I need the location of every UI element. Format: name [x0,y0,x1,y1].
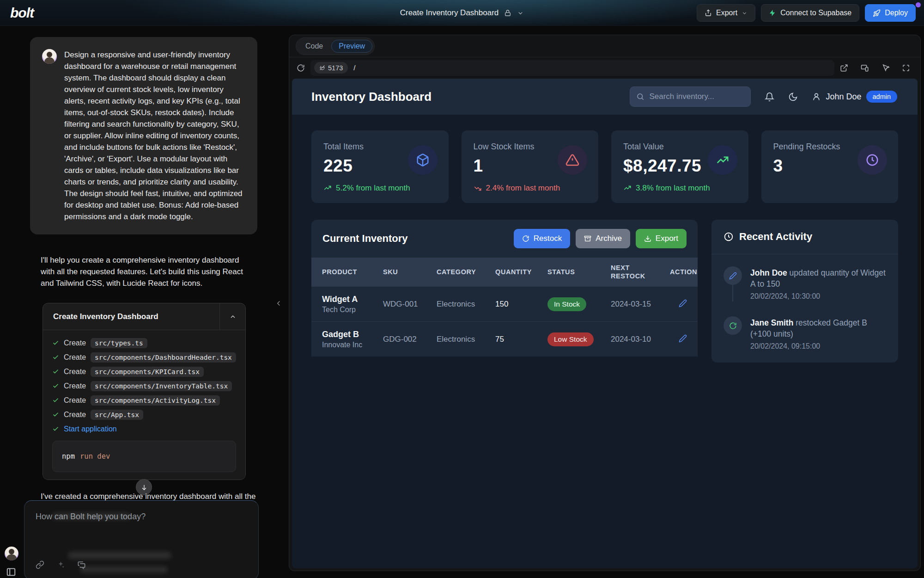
dashboard-header: Inventory Dashboard John Doe [292,79,918,115]
check-icon [52,368,59,375]
inventory-search[interactable] [630,86,751,107]
notification-dot [916,2,921,7]
archive-label: Archive [596,234,622,243]
file-action: Create [64,382,86,390]
cell-category: Electronics [437,300,495,309]
blurred-suggestion [68,552,171,559]
supabase-bolt-icon [769,9,776,17]
kpi-trend: 2.4% from last month [474,184,560,193]
package-icon [416,153,430,167]
export-label: Export [656,234,678,243]
deploy-button[interactable]: Deploy [865,4,916,22]
activity-item: Jane Smith restocked Gadget B (+100 unit… [723,316,886,350]
sidebar-toggle-icon[interactable] [6,567,16,577]
tab-code[interactable]: Code [298,40,330,53]
preview-url-bar: 5173 / [289,57,920,78]
connect-supabase-button[interactable]: Connect to Supabase [761,4,859,22]
rocket-icon [873,9,881,17]
file-path[interactable]: src/components/ActivityLog.tsx [91,395,220,406]
archive-button[interactable]: Archive [576,229,630,248]
cell-status: Low Stock [547,332,611,346]
file-path[interactable]: src/types.ts [91,338,147,348]
bell-icon[interactable] [765,92,774,102]
collapse-chat-handle[interactable] [272,294,286,313]
account-avatar[interactable] [5,547,18,560]
dark-mode-toggle-icon[interactable] [788,92,798,102]
file-path[interactable]: src/components/InventoryTable.tsx [91,381,232,391]
cell-quantity[interactable]: 75 [495,335,547,344]
chevron-up-icon[interactable] [219,303,245,330]
activity-timestamp: 20/02/2024, 09:15:00 [750,342,886,350]
table-row: Widget A Tech Corp WDG-001 Electronics 1… [311,286,698,321]
file-row: Create src/components/ActivityLog.tsx [52,393,236,407]
file-path[interactable]: src/components/KPICard.tsx [91,367,204,377]
activity-header: Recent Activity [711,220,898,254]
fullscreen-icon[interactable] [902,64,910,72]
user-message-text: Design a responsive and user-friendly in… [64,49,245,222]
blurred-suggestion [80,566,168,573]
edit-pencil-icon[interactable] [679,299,687,307]
start-application-row: Start application [52,422,236,436]
role-badge: admin [866,91,898,103]
topbar: bolt Create Inventory Dashboard Export C… [0,0,924,26]
inventory-card: Current Inventory Restock Archive [311,220,698,357]
edit-pencil-icon[interactable] [679,334,687,343]
lock-icon [504,9,511,17]
check-icon [52,397,59,404]
product-supplier: Tech Corp [322,306,383,314]
app: bolt Create Inventory Dashboard Export C… [0,0,924,578]
inventory-card-header: Current Inventory Restock Archive [311,220,698,258]
cell-quantity[interactable]: 150 [495,300,547,309]
reload-icon[interactable] [297,64,305,72]
chevron-down-icon[interactable] [517,10,524,17]
cell-actions [670,299,687,309]
blurred-suggestion [52,513,131,520]
artifact-header[interactable]: Create Inventory Dashboard [43,303,245,330]
product-name: Widget A [322,295,383,304]
activity-text-block: John Doe updated quantity of Widget A to… [750,266,886,301]
chat-mode-icon[interactable] [77,560,86,569]
enhance-prompt-icon[interactable] [56,560,65,569]
export-button[interactable]: Export [697,4,755,22]
check-icon [52,354,59,361]
start-application-link[interactable]: Start application [64,425,117,433]
responsive-devices-icon[interactable] [860,64,869,72]
export-csv-button[interactable]: Export [636,229,687,248]
command-binary: npm [62,452,75,461]
activity-icon-circle [723,266,742,285]
kpi-row: Total Items 225 5.2% from last month Low… [311,130,898,203]
column-next-restock: NEXT RESTOCK [611,264,648,280]
export-label: Export [716,9,737,17]
file-row: Create src/App.tsx [52,407,236,422]
restock-button[interactable]: Restock [514,229,570,248]
column-status: STATUS [547,268,611,276]
terminal-command: npm run dev [52,441,236,472]
activity-user: John Doe [750,268,787,277]
user-message: Design a responsive and user-friendly in… [30,37,257,234]
port-badge[interactable]: 5173 [314,62,348,74]
project-title: Create Inventory Dashboard [400,8,499,18]
tab-preview[interactable]: Preview [331,40,372,53]
check-icon [52,382,59,389]
file-path[interactable]: src/App.tsx [91,410,143,420]
restock-refresh-icon [729,322,737,330]
plug-icon [319,65,325,71]
restock-label: Restock [534,234,562,243]
share-icon [705,9,712,17]
archive-icon [584,235,591,242]
file-action: Create [64,368,86,376]
cell-next-restock: 2024-03-15 [611,300,670,309]
search-icon [636,92,644,101]
user-name: John Doe [826,92,861,102]
kpi-icon-circle [857,145,887,175]
deploy-label: Deploy [885,9,908,17]
trend-up-icon [623,184,632,192]
user-menu[interactable]: John Doe admin [812,91,897,103]
inventory-search-input[interactable] [649,92,742,101]
address-input[interactable]: 5173 / [310,60,834,76]
open-external-icon[interactable] [840,64,848,72]
file-path[interactable]: src/components/DashboardHeader.tsx [91,352,236,363]
inspect-cursor-icon[interactable] [881,64,890,72]
status-badge: In Stock [547,297,586,311]
attach-link-icon[interactable] [36,560,44,569]
